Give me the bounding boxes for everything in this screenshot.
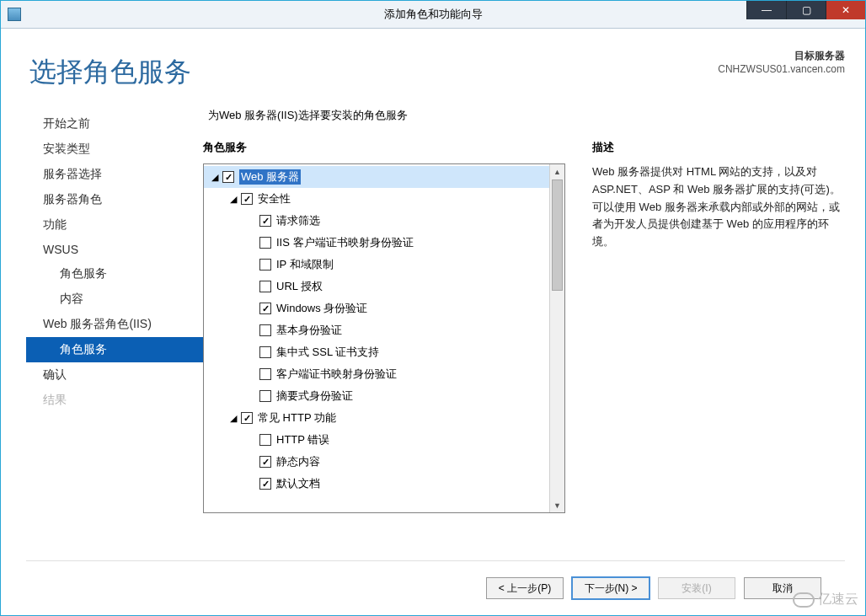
sidebar-nav: 开始之前安装类型服务器选择服务器角色功能WSUS角色服务内容Web 服务器角色(… [26,108,203,555]
sidebar-item-2[interactable]: 服务器选择 [26,162,203,187]
expander-spacer [246,346,258,358]
tree-node[interactable]: ◢常见 HTTP 功能 [204,407,549,429]
checkbox[interactable] [259,259,271,271]
description-text: Web 服务器提供对 HTML 网站的支持，以及对 ASP.NET、ASP 和 … [592,163,845,251]
target-server-label: 目标服务器 [718,49,845,63]
tree-node[interactable]: ◢安全性 [204,188,549,210]
description-column: 描述 Web 服务器提供对 HTML 网站的支持，以及对 ASP.NET、ASP… [592,140,845,555]
checkbox[interactable] [259,281,271,292]
cancel-button[interactable]: 取消 [744,577,821,599]
tree-node-label: IP 和域限制 [276,257,334,272]
tree-node-label: 请求筛选 [276,213,320,228]
scrollbar-vertical[interactable]: ▲ ▼ [549,164,564,512]
install-button: 安装(I) [658,577,735,599]
window-controls: — ▢ ✕ [746,1,865,19]
tree-node-label: 集中式 SSL 证书支持 [276,345,379,360]
body: 选择角色服务 目标服务器 CNHZWSUS01.vancen.com 开始之前安… [1,29,865,615]
expander-spacer [246,215,258,227]
tree-node-label: 常见 HTTP 功能 [258,410,336,426]
expander-spacer [246,478,258,490]
tree-node[interactable]: HTTP 错误 [204,429,549,451]
tree-node-label: HTTP 错误 [276,432,329,447]
tree-node[interactable]: 默认文档 [204,473,549,495]
sidebar-item-5[interactable]: WSUS [26,238,203,261]
expander-spacer [246,281,258,292]
sidebar-item-7[interactable]: 内容 [26,287,203,312]
maximize-button[interactable]: ▢ [786,1,826,19]
tree-node-label: 摘要式身份验证 [276,388,353,404]
scroll-down-icon[interactable]: ▼ [550,498,564,512]
roles-tree[interactable]: ◢Web 服务器◢安全性请求筛选IIS 客户端证书映射身份验证IP 和域限制UR… [204,164,549,512]
tree-node[interactable]: 集中式 SSL 证书支持 [204,341,549,363]
checkbox[interactable] [259,346,271,358]
expander-spacer [246,456,258,468]
header-row: 选择角色服务 目标服务器 CNHZWSUS01.vancen.com [26,44,845,108]
next-button[interactable]: 下一步(N) > [572,577,650,599]
content-row: 开始之前安装类型服务器选择服务器角色功能WSUS角色服务内容Web 服务器角色(… [26,108,845,555]
tree-node-label: 安全性 [258,191,291,206]
sidebar-item-3[interactable]: 服务器角色 [26,187,203,212]
expander-spacer [246,303,258,314]
expander-icon[interactable]: ◢ [227,193,239,205]
tree-node-label: 基本身份验证 [276,323,342,338]
tree-node[interactable]: 客户端证书映射身份验证 [204,363,549,385]
main-panel: 为Web 服务器(IIS)选择要安装的角色服务 角色服务 ◢Web 服务器◢安全… [203,108,845,555]
window-title: 添加角色和功能向导 [1,7,865,22]
checkbox[interactable] [259,215,271,227]
checkbox[interactable] [259,456,271,468]
expander-spacer [246,390,258,402]
scroll-thumb[interactable] [552,179,563,291]
checkbox[interactable] [241,412,253,424]
expander-spacer [246,324,258,336]
tree-node[interactable]: 静态内容 [204,451,549,473]
sidebar-item-6[interactable]: 角色服务 [26,261,203,287]
instruction-text: 为Web 服务器(IIS)选择要安装的角色服务 [208,108,845,123]
target-server-value: CNHZWSUS01.vancen.com [718,63,845,75]
tree-node[interactable]: IP 和域限制 [204,254,549,276]
expander-spacer [246,368,258,380]
tree-node[interactable]: ◢Web 服务器 [204,166,549,188]
tree-node[interactable]: 基本身份验证 [204,319,549,341]
sidebar-item-1[interactable]: 安装类型 [26,137,203,162]
expander-icon[interactable]: ◢ [209,171,221,183]
tree-node-label: Web 服务器 [239,169,301,185]
scroll-up-icon[interactable]: ▲ [550,164,564,179]
target-server-block: 目标服务器 CNHZWSUS01.vancen.com [718,49,845,75]
checkbox[interactable] [259,390,271,402]
sidebar-item-10[interactable]: 确认 [26,362,203,388]
tree-node-label: 客户端证书映射身份验证 [276,367,397,382]
description-heading: 描述 [592,140,845,155]
sidebar-item-0[interactable]: 开始之前 [26,111,203,137]
close-button[interactable]: ✕ [826,1,865,19]
minimize-button[interactable]: — [746,1,786,19]
app-icon [8,8,21,21]
checkbox[interactable] [259,434,271,446]
tree-node-label: URL 授权 [276,279,323,294]
columns: 角色服务 ◢Web 服务器◢安全性请求筛选IIS 客户端证书映射身份验证IP 和… [203,140,845,555]
tree-node[interactable]: 摘要式身份验证 [204,385,549,407]
tree-node[interactable]: 请求筛选 [204,210,549,232]
tree-node[interactable]: Windows 身份验证 [204,297,549,319]
prev-button[interactable]: < 上一步(P) [486,577,564,599]
tree-node-label: 静态内容 [276,454,320,469]
roles-column: 角色服务 ◢Web 服务器◢安全性请求筛选IIS 客户端证书映射身份验证IP 和… [203,140,565,555]
roles-tree-container: ◢Web 服务器◢安全性请求筛选IIS 客户端证书映射身份验证IP 和域限制UR… [203,163,565,513]
tree-node-label: IIS 客户端证书映射身份验证 [276,235,414,250]
button-bar: < 上一步(P) 下一步(N) > 安装(I) 取消 [26,560,845,615]
checkbox[interactable] [241,193,253,205]
tree-node-label: 默认文档 [276,476,320,491]
sidebar-item-4[interactable]: 功能 [26,212,203,238]
tree-node[interactable]: URL 授权 [204,276,549,297]
expander-icon[interactable]: ◢ [227,412,239,424]
checkbox[interactable] [259,478,271,490]
checkbox[interactable] [259,368,271,380]
checkbox[interactable] [259,303,271,314]
tree-node[interactable]: IIS 客户端证书映射身份验证 [204,232,549,254]
sidebar-item-9[interactable]: 角色服务 [26,337,203,362]
checkbox[interactable] [259,237,271,249]
checkbox[interactable] [222,171,234,183]
expander-spacer [246,259,258,271]
checkbox[interactable] [259,324,271,336]
sidebar-item-8[interactable]: Web 服务器角色(IIS) [26,312,203,337]
titlebar: 添加角色和功能向导 — ▢ ✕ [1,1,865,29]
